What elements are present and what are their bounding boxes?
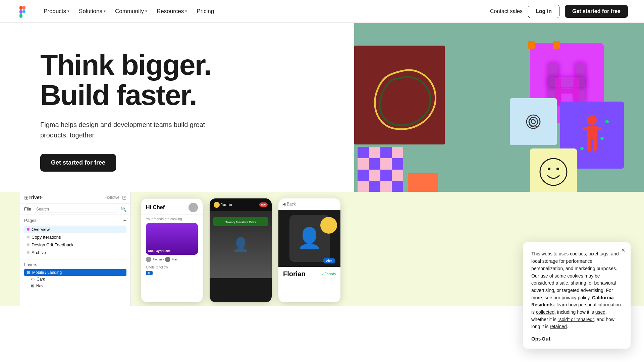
figma-pages-panel: Pages + Overview Copy Iterations Design … (20, 215, 130, 259)
layer-grid-icon: ⊞ (27, 270, 30, 275)
hero-section: Think bigger. Build faster. Figma helps … (0, 23, 644, 192)
svg-rect-1 (22, 6, 25, 10)
recipe-overlay: Twenty Miniature Bites (213, 217, 268, 226)
blob-shape (358, 50, 448, 148)
nav-products[interactable]: Products ▾ (40, 5, 73, 17)
solutions-chevron-icon: ▾ (104, 9, 106, 13)
svg-rect-3 (19, 14, 22, 18)
figma-page-overview[interactable]: Overview (24, 226, 126, 233)
sold-shared-link[interactable]: "sold" or "shared" (558, 317, 594, 322)
chefs-follow-label: Chefs to follow (146, 265, 198, 269)
svg-rect-15 (595, 127, 601, 130)
checker-pattern (358, 147, 403, 192)
figma-logo[interactable] (16, 5, 29, 18)
screen1-content: Your friends are cooking Ube Layer Cake … (141, 215, 203, 278)
smiley-shape (530, 148, 577, 192)
resources-chevron-icon: ▾ (185, 9, 187, 13)
nav-right: Contact sales Log in Get started for fre… (490, 5, 628, 18)
retained-link[interactable]: retained (550, 324, 567, 329)
layer-grid2-icon: ⊞ (31, 284, 34, 288)
get-started-button[interactable]: Get started for free (565, 5, 628, 18)
orange-block (408, 173, 438, 192)
svg-point-18 (580, 147, 584, 150)
screen1-avatar (189, 203, 198, 212)
figma-page-archive[interactable]: Archive (24, 249, 126, 256)
collected-link[interactable]: collected (536, 309, 554, 315)
figma-left-panel: ⊞ Trivet ▾ Fioflowe ⊡ File 🔍 Pages + Ove… (20, 192, 131, 306)
screen3-back: ◀ Back (278, 198, 340, 210)
community-chevron-icon: ▾ (145, 9, 147, 13)
svg-rect-0 (19, 6, 22, 10)
figma-file-bar: File 🔍 (20, 204, 130, 215)
opt-out-button[interactable]: Opt-Out (531, 336, 550, 342)
hero-subtitle: Figma helps design and development teams… (40, 120, 208, 140)
figma-panel-top: ⊞ Trivet ▾ Fioflowe ⊡ (20, 192, 130, 204)
navbar: Products ▾ Solutions ▾ Community ▾ Resou… (0, 0, 644, 23)
figma-layer-nav[interactable]: ⊞ Nav (24, 283, 126, 289)
cookie-banner: × This website uses cookies, pixel tags,… (523, 242, 631, 349)
nav-community[interactable]: Community ▾ (111, 5, 151, 17)
svg-rect-17 (593, 139, 597, 151)
app-screen-3: ◀ Back 👤 Alex Florian ✓ Friends (278, 198, 340, 302)
cookie-text: This website uses cookies, pixel tags, a… (531, 250, 623, 330)
corner-sq-tr (528, 41, 535, 49)
login-button[interactable]: Log in (528, 5, 559, 18)
light-blue-shape (510, 98, 557, 145)
hero-left: Think bigger. Build faster. Figma helps … (0, 23, 354, 192)
food-name: Ube Layer Cake (148, 249, 171, 253)
screen2-header: Yasmin live (210, 198, 272, 211)
profile-info: Florian ✓ Friends (278, 267, 340, 281)
hero-canvas: H (354, 23, 644, 192)
svg-point-23 (556, 168, 559, 170)
chef-info: Florian • Max (146, 257, 198, 262)
svg-point-19 (600, 137, 604, 140)
figma-page-copy[interactable]: Copy Iterations (24, 233, 126, 241)
app-screen-1: Hi Chef Your friends are cooking Ube Lay… (141, 198, 203, 302)
app-screens: Hi Chef Your friends are cooking Ube Lay… (141, 198, 340, 302)
add-page-icon[interactable]: + (123, 218, 126, 224)
nav-left: Products ▾ Solutions ▾ Community ▾ Resou… (16, 5, 218, 18)
alex-badge: Alex (323, 258, 335, 263)
figma-trivet-name: Trivet (29, 195, 41, 200)
used-link[interactable]: used (595, 309, 605, 315)
figma-layer-card[interactable]: ▭ Card (24, 276, 126, 283)
corner-sq-tl (553, 41, 560, 49)
app-screen-2: Yasmin live Twenty Miniature Bites 👤 (210, 198, 272, 302)
layers-header: Layers (24, 262, 126, 267)
svg-rect-2 (19, 10, 22, 14)
products-chevron-icon: ▾ (67, 9, 69, 13)
hero-title: Think bigger. Build faster. (40, 50, 354, 110)
cookie-close-button[interactable]: × (621, 246, 625, 254)
page-dot-archive (27, 251, 30, 254)
food-card: Ube Layer Cake (146, 223, 198, 255)
live-badge: live (259, 202, 268, 207)
hero-cta-button[interactable]: Get started for free (40, 154, 116, 172)
page-dot-crit (27, 243, 30, 246)
friends-cooking-label: Your friends are cooking (146, 217, 198, 221)
xi-badge: Xi (146, 271, 153, 275)
privacy-policy-link[interactable]: privacy policy (561, 295, 589, 300)
profile-name: Florian (283, 270, 306, 278)
figma-page-crit[interactable]: Design Crit Feedback (24, 241, 126, 249)
contact-sales-button[interactable]: Contact sales (490, 8, 523, 14)
svg-point-22 (548, 168, 550, 170)
svg-point-21 (540, 159, 567, 185)
page-dot-copy (27, 236, 30, 238)
page-dot-overview (27, 228, 30, 231)
svg-point-20 (605, 120, 609, 123)
svg-rect-14 (583, 127, 589, 130)
nav-solutions[interactable]: Solutions ▾ (75, 5, 110, 17)
svg-point-4 (22, 10, 25, 13)
figma-layer-mobile[interactable]: ⊞ Mobile / Landing (24, 269, 126, 276)
search-icon: 🔍 (121, 206, 126, 212)
svg-point-12 (587, 115, 597, 125)
nav-resources[interactable]: Resources ▾ (153, 5, 191, 17)
figma-layers-panel: Layers ⊞ Mobile / Landing ▭ Card ⊞ Nav (20, 259, 130, 292)
svg-rect-16 (587, 139, 591, 151)
layer-rect-icon: ▭ (31, 277, 35, 282)
screen1-greeting: Hi Chef (146, 204, 165, 210)
figma-search-input[interactable] (34, 206, 118, 213)
screen1-header: Hi Chef (141, 199, 203, 215)
nav-pricing[interactable]: Pricing (193, 5, 218, 17)
nav-links: Products ▾ Solutions ▾ Community ▾ Resou… (40, 5, 218, 17)
